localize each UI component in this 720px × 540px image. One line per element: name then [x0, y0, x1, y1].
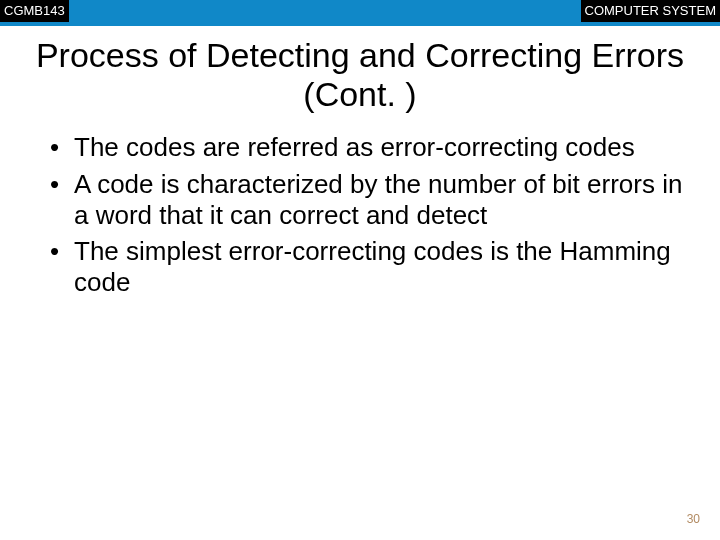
header-bar: CGMB143 COMPUTER SYSTEM: [0, 0, 720, 26]
page-number: 30: [687, 512, 700, 526]
bullet-list: The codes are referred as error-correcti…: [50, 132, 684, 297]
list-item: A code is characterized by the number of…: [50, 169, 684, 230]
course-code: CGMB143: [0, 0, 69, 22]
list-item: The simplest error-correcting codes is t…: [50, 236, 684, 297]
slide-body: The codes are referred as error-correcti…: [0, 132, 720, 297]
course-title: COMPUTER SYSTEM: [581, 0, 720, 22]
list-item: The codes are referred as error-correcti…: [50, 132, 684, 163]
slide: CGMB143 COMPUTER SYSTEM Process of Detec…: [0, 0, 720, 540]
slide-title: Process of Detecting and Correcting Erro…: [0, 36, 720, 114]
